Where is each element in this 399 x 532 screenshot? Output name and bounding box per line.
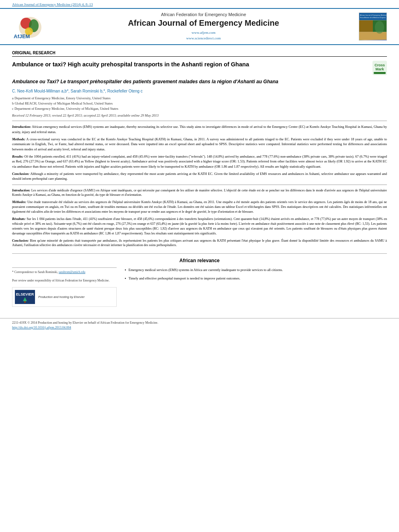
intro-fr: Introduction: Les services d'aide médica…	[12, 188, 387, 198]
conclusion-label-fr: Conclusion:	[12, 239, 29, 242]
journal-title: African Journal of Emergency Medicine	[53, 18, 354, 28]
methods-fr: Méthodes: Une étude transversale été réa…	[12, 200, 387, 214]
affiliation-c: c Department of Emergency Medicine, Univ…	[12, 106, 387, 111]
elsevier-block: ELSEVIER Production and hosting by Elsev…	[12, 287, 117, 307]
page: African Journal of Emergency Medicine (2…	[0, 0, 399, 532]
footer-copyright: 2211-419X © 2014 Production and hosting …	[12, 321, 387, 325]
methods-text-fr: Une étude transversale été réalisée au s…	[12, 200, 387, 214]
intro-text-fr: Les services d'aide médicale d'urgence (…	[12, 189, 387, 197]
african-relevance-section: African relevance * Correspondence to Sa…	[12, 253, 387, 307]
journal-thumbnail: African Journal of Emergency Medicine Re…	[359, 12, 387, 41]
correspondence-block: * Correspondence to Sarah Rominski, sara…	[12, 267, 117, 283]
main-content: ORIGINAL RESEARCH Ambulance or taxi? Hig…	[0, 45, 399, 312]
journal-citation: African Journal of Emergency Medicine (2…	[0, 0, 399, 8]
relevance-content: * Correspondence to Sarah Rominski, sara…	[12, 267, 387, 307]
conclusion-fr: Conclusion: Bien qu'une minorité de pati…	[12, 238, 387, 248]
elsevier-logo: ELSEVIER	[15, 290, 35, 304]
bullet-text-1: Emergency medical services (EMS) systems…	[129, 267, 283, 273]
section-label: ORIGINAL RESEARCH	[12, 51, 387, 57]
bullet-text-2: Timely and effective prehospital transpo…	[129, 276, 241, 281]
svg-text:Mark: Mark	[375, 67, 384, 71]
relevance-bullet-1: • Emergency medical services (EMS) syste…	[125, 267, 387, 273]
bullet-dot-2: •	[125, 276, 126, 281]
relevance-left: * Correspondence to Sarah Rominski, sara…	[12, 267, 117, 307]
svg-rect-9	[359, 20, 373, 32]
divider-2	[12, 185, 387, 185]
citation-text: African Journal of Emergency Medicine (2…	[12, 2, 93, 6]
methods-label-fr: Méthodes:	[12, 200, 26, 204]
svg-text:Cross: Cross	[374, 63, 385, 67]
correspondence-email[interactable]: sarahrom@umich.edu	[59, 270, 85, 274]
correspondence-label: * Correspondence to Sarah Rominski,	[12, 270, 58, 274]
results-text-en: Of the 1004 patients enrolled, 411 (41%)…	[12, 154, 387, 168]
journal-urls: www.afjem.com www.sciencedirect.com	[53, 30, 354, 41]
intro-text-en: African emergency medical services (EMS)…	[12, 125, 387, 134]
afjem-logo: AfJEM	[12, 12, 48, 41]
relevance-bullet-2: • Timely and effective prehospital trans…	[125, 276, 387, 281]
conclusion-en: Conclusion: Although a minority of patie…	[12, 171, 387, 181]
authors: C. Nee-Kofi Mould-Millman a,b*, Sarah Ro…	[12, 89, 387, 93]
methods-label-en: Methods:	[12, 137, 25, 141]
intro-label-en: Introduction:	[12, 125, 31, 129]
journal-header: AfJEM African Federation for Emergency M…	[0, 8, 399, 45]
affiliation-b: b Global REACH, University of Michigan M…	[12, 101, 387, 106]
results-text-fr: Sur les 1 004 patients inclus dans l'étu…	[12, 217, 387, 235]
abstract-en: Introduction: African emergency medical …	[12, 124, 387, 181]
svg-rect-16	[374, 72, 386, 74]
intro-en: Introduction: African emergency medical …	[12, 124, 387, 134]
federation-name: African Federation for Emergency Medicin…	[53, 12, 354, 17]
thumb-image: African Journal of Emergency Medicine Re…	[359, 12, 387, 41]
svg-rect-11	[359, 32, 387, 40]
methods-en: Methods: A cross-sectional survey was co…	[12, 137, 387, 152]
url1: www.afjem.com	[53, 30, 354, 36]
svg-text:Revue Africaine de la Médecine: Revue Africaine de la Médecine d'Urgence	[360, 17, 386, 18]
intro-label-fr: Introduction:	[12, 189, 31, 192]
svg-text:ELSEVIER: ELSEVIER	[16, 292, 34, 296]
svg-text:African Journal of Emergency M: African Journal of Emergency Medicine	[360, 14, 387, 16]
submission-dates: Received 12 February 2013; revised 22 Ap…	[12, 113, 387, 117]
conclusion-text-en: Although a minority of patients were tra…	[12, 172, 387, 181]
svg-rect-20	[24, 301, 26, 303]
crossmark-logo: Cross Mark	[372, 61, 387, 75]
url2: www.sciencedirect.com	[53, 36, 354, 41]
page-footer: 2211-419X © 2014 Production and hosting …	[0, 318, 399, 333]
conclusion-label-en: Conclusion:	[12, 172, 29, 176]
article-title-en: Ambulance or taxi? High acuity prehospit…	[12, 61, 249, 68]
footer-doi[interactable]: http://dx.doi.org/10.1016/j.afjem.2013.0…	[12, 326, 387, 329]
header-center: African Federation for Emergency Medicin…	[53, 12, 354, 41]
methods-text-en: A cross-sectional survey was conducted i…	[12, 137, 387, 151]
elsevier-text: Production and hosting by Elsevier	[38, 295, 85, 299]
bullet-dot-1: •	[125, 267, 126, 273]
affiliations: a Department of Emergency Medicine, Emor…	[12, 96, 387, 111]
article-title-fr: Ambulance ou Taxi? Le transport préhospi…	[12, 78, 387, 85]
affiliation-a: a Department of Emergency Medicine, Emor…	[12, 96, 387, 101]
relevance-title: African relevance	[12, 258, 387, 263]
results-fr: Résultats: Sur les 1 004 patients inclus…	[12, 217, 387, 236]
abstract-fr: Introduction: Les services d'aide médica…	[12, 188, 387, 248]
peer-review-text: Peer review under responsibility of Afri…	[12, 279, 109, 282]
conclusion-text-fr: Bien qu'une minorité de patients était t…	[12, 239, 387, 247]
results-label-fr: Résultats:	[12, 217, 26, 221]
relevance-bullets: • Emergency medical services (EMS) syste…	[125, 267, 387, 307]
results-en: Results: Of the 1004 patients enrolled, …	[12, 154, 387, 169]
svg-text:AfJEM: AfJEM	[14, 33, 30, 39]
divider-1	[12, 121, 387, 121]
svg-point-12	[375, 21, 384, 33]
results-label-en: Results:	[12, 154, 23, 158]
title-row: Ambulance or taxi? High acuity prehospit…	[12, 61, 387, 75]
